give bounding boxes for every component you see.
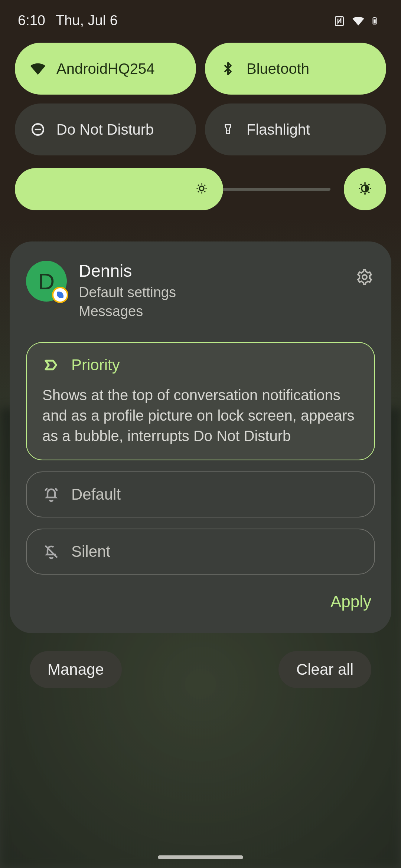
clear-all-button[interactable]: Clear all — [278, 651, 371, 688]
option-priority-head: Priority — [42, 356, 359, 374]
status-right — [333, 14, 383, 27]
flashlight-icon — [220, 121, 236, 138]
contact-name: Dennis — [79, 261, 342, 281]
qs-tile-wifi-label: AndroidHQ254 — [56, 60, 155, 77]
conversation-settings-card: D Dennis Default settings Messages Prior… — [10, 241, 391, 633]
app-name-subtitle: Messages — [79, 302, 342, 321]
svg-rect-3 — [374, 17, 375, 18]
svg-rect-2 — [374, 19, 376, 23]
wifi-icon — [30, 60, 46, 77]
status-time: 6:10 — [18, 13, 45, 29]
brightness-fill — [15, 168, 223, 210]
conversation-header: D Dennis Default settings Messages — [26, 261, 375, 321]
apply-button[interactable]: Apply — [327, 588, 375, 615]
option-silent[interactable]: Silent — [26, 529, 375, 575]
apply-row: Apply — [26, 588, 375, 615]
brightness-low-icon — [195, 182, 208, 197]
auto-brightness-button[interactable] — [344, 168, 386, 210]
dnd-icon — [30, 121, 46, 138]
conversation-title-block: Dennis Default settings Messages — [79, 261, 342, 321]
option-default-label: Default — [71, 486, 121, 503]
gear-icon — [356, 268, 374, 287]
navigation-handle[interactable] — [158, 855, 243, 859]
qs-tile-flashlight[interactable]: Flashlight — [205, 103, 386, 155]
qs-tile-bluetooth[interactable]: Bluetooth — [205, 43, 386, 95]
option-priority-description: Shows at the top of conversation notific… — [42, 385, 359, 447]
settings-subtitle: Default settings — [79, 283, 342, 302]
option-default[interactable]: Default — [26, 471, 375, 517]
settings-gear-button[interactable] — [354, 267, 375, 288]
status-bar: 6:10 Thu, Jul 6 — [0, 0, 401, 36]
svg-point-7 — [199, 186, 204, 191]
quick-settings-tiles: AndroidHQ254 Bluetooth Do Not Disturb Fl… — [0, 36, 401, 155]
messages-app-badge-icon — [52, 287, 68, 303]
option-default-head: Default — [42, 486, 359, 503]
shade-footer: Manage Clear all — [0, 633, 401, 688]
qs-tile-flashlight-label: Flashlight — [247, 121, 310, 138]
qs-tile-dnd-label: Do Not Disturb — [56, 121, 154, 138]
option-priority-label: Priority — [71, 356, 120, 374]
option-silent-head: Silent — [42, 543, 359, 560]
brightness-auto-icon — [357, 180, 373, 198]
wifi-status-icon — [352, 14, 365, 27]
avatar: D — [26, 261, 67, 302]
qs-tile-bluetooth-label: Bluetooth — [247, 60, 309, 77]
qs-tile-wifi[interactable]: AndroidHQ254 — [15, 43, 196, 95]
manage-button[interactable]: Manage — [30, 651, 122, 688]
bluetooth-icon — [220, 60, 236, 77]
bell-off-icon — [42, 543, 60, 560]
bell-ring-icon — [42, 486, 60, 503]
brightness-row — [0, 155, 401, 221]
brightness-slider[interactable] — [15, 168, 330, 210]
battery-icon — [371, 14, 383, 27]
priority-icon — [42, 356, 60, 374]
qs-tile-dnd[interactable]: Do Not Disturb — [15, 103, 196, 155]
status-left: 6:10 Thu, Jul 6 — [18, 13, 118, 29]
option-silent-label: Silent — [71, 543, 110, 560]
nfc-icon — [333, 14, 346, 27]
svg-point-9 — [362, 275, 367, 279]
status-date: Thu, Jul 6 — [56, 13, 118, 29]
option-priority[interactable]: Priority Shows at the top of conversatio… — [26, 342, 375, 461]
